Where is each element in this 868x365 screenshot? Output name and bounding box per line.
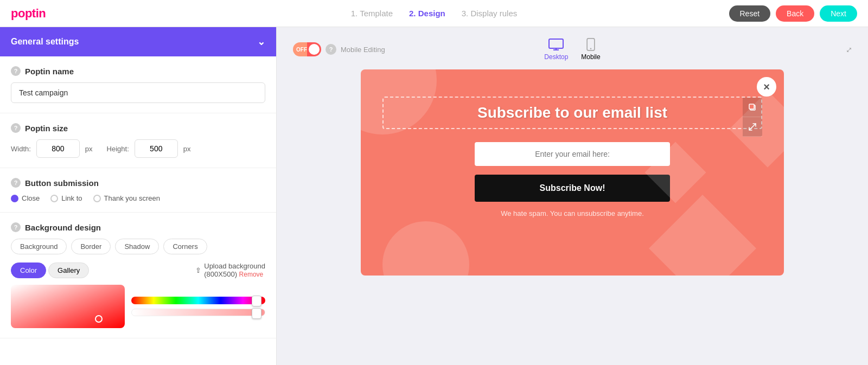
left-panel: General settings ⌄ ? Poptin name ? Popti… [0,27,277,365]
reset-button[interactable]: Reset [729,5,771,22]
color-picker-area [11,285,265,328]
deco-shape-3 [649,195,756,276]
color-upload-row: Color Gallery ⇧ Upload background (800X5… [11,262,265,278]
radio-close-dot [11,195,18,202]
popup-close-button[interactable]: × [757,77,776,97]
next-button[interactable]: Next [820,5,857,22]
poptin-size-section: ? Poptin size Width: px Height: px [0,113,276,168]
mobile-editing-toggle[interactable]: OFF [293,42,321,56]
expand-icon[interactable]: ↕ [844,43,855,55]
bg-design-tabs: Background Border Shadow Corners [11,239,265,254]
gallery-btn[interactable]: Gallery [48,262,89,278]
radio-link-to[interactable]: Link to [50,194,82,202]
svg-rect-0 [549,39,563,48]
popup-title: Subscribe to our email list [394,104,750,121]
logo-text: poptin [11,7,46,20]
poptin-size-help-icon[interactable]: ? [11,123,21,133]
svg-point-4 [590,48,592,49]
button-submission-label: ? Button submission [11,178,265,188]
nav-buttons: Reset Back Next [729,5,858,22]
popup-subscribe-button[interactable]: Subscribe Now! [475,175,670,202]
title-actions [743,98,762,137]
steps: 1. Template 2. Design 3. Display rules [351,9,518,18]
toggle-knob [309,44,320,55]
popup-email-input[interactable] [475,142,670,166]
main-layout: General settings ⌄ ? Poptin name ? Popti… [0,27,868,365]
svg-rect-6 [749,104,754,109]
width-label: Width: [11,145,31,153]
tab-corners[interactable]: Corners [163,239,207,254]
desktop-btn[interactable]: Desktop [544,38,568,61]
device-buttons: Desktop Mobile [544,38,600,61]
px-label-1: px [85,145,93,153]
radio-close[interactable]: Close [11,194,40,202]
radio-row: Close Link to Thank you screen [11,194,265,202]
color-gallery-btns: Color Gallery [11,262,89,278]
width-input[interactable] [36,139,80,158]
mobile-label: Mobile [581,53,600,61]
color-sliders [131,285,265,328]
button-submission-section: ? Button submission Close Link to Thank … [0,168,276,213]
right-panel: OFF ? Mobile Editing Desktop [277,27,868,365]
panel-header-title: General settings [11,37,79,47]
step-template[interactable]: 1. Template [351,9,393,18]
panel-header: General settings ⌄ [0,27,276,56]
deco-shape-2 [382,221,469,276]
mobile-btn[interactable]: Mobile [581,38,600,61]
height-label: Height: [107,145,129,153]
rainbow-slider[interactable] [131,297,265,304]
size-row: Width: px Height: px [11,139,265,158]
bg-design-help-icon[interactable]: ? [11,222,21,232]
poptin-name-input[interactable] [11,82,265,103]
popup-title-wrapper: Subscribe to our email list [382,97,762,129]
px-label-2: px [183,145,191,153]
poptin-name-help-icon[interactable]: ? [11,66,21,76]
resize-icon[interactable] [743,117,762,137]
upload-link[interactable]: ⇧ Upload background (800X500) Remove [195,262,265,278]
toggle-section: OFF ? Mobile Editing [293,42,385,56]
poptin-name-section: ? Poptin name [0,56,276,113]
height-input[interactable] [135,139,178,158]
step-design[interactable]: 2. Design [409,9,445,18]
tab-shadow[interactable]: Shadow [115,239,159,254]
mobile-editing-help-icon[interactable]: ? [326,44,336,55]
copy-icon[interactable] [743,98,762,117]
tab-background[interactable]: Background [11,239,67,254]
tab-border[interactable]: Border [71,239,111,254]
background-design-section: ? Background design Background Border Sh… [0,213,276,338]
desktop-label: Desktop [544,53,568,61]
toggle-off-text: OFF [296,47,307,53]
color-btn[interactable]: Color [11,262,46,278]
poptin-size-label: ? Poptin size [11,123,265,133]
button-submission-help-icon[interactable]: ? [11,178,21,188]
panel-collapse-icon[interactable]: ⌄ [257,36,265,48]
back-button[interactable]: Back [776,5,814,22]
logo: poptin [11,7,46,21]
background-design-label: ? Background design [11,222,265,232]
popup-preview: × Subscribe to our email list Subscribe … [361,69,784,276]
color-gradient[interactable] [11,285,125,328]
radio-link-dot [50,195,58,202]
mobile-editing-label: Mobile Editing [341,46,385,54]
preview-toolbar: OFF ? Mobile Editing Desktop [288,38,857,61]
radio-thank-you[interactable]: Thank you screen [93,194,160,202]
top-nav: poptin 1. Template 2. Design 3. Display … [0,0,868,27]
remove-link[interactable]: Remove [239,271,264,278]
step-display-rules[interactable]: 3. Display rules [462,9,518,18]
radio-thank-dot [93,195,101,202]
alpha-slider[interactable] [131,309,265,316]
poptin-name-label: ? Poptin name [11,66,265,76]
